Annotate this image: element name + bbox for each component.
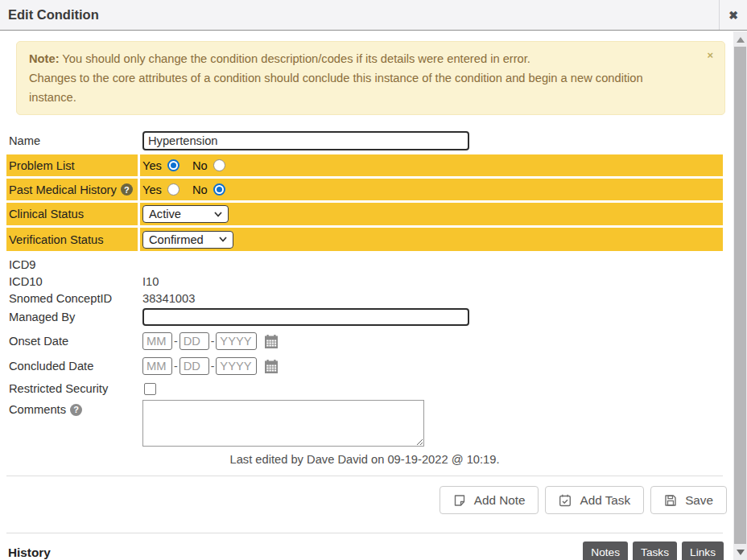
icd10-label: ICD10 — [9, 275, 43, 288]
add-note-button[interactable]: Add Note — [440, 486, 539, 514]
managed-by-label: Managed By — [9, 311, 75, 323]
save-button[interactable]: Save — [650, 486, 727, 514]
note-banner-line2: Changes to the core attributes of a cond… — [29, 72, 643, 104]
comments-label: Comments — [9, 403, 66, 416]
calendar-check-icon — [559, 494, 572, 507]
concluded-day-input[interactable] — [180, 357, 209, 375]
onset-year-input[interactable] — [216, 332, 257, 350]
note-banner-line1: You should only change the condition des… — [60, 52, 530, 65]
onset-date-label: Onset Date — [9, 335, 68, 348]
icd9-label: ICD9 — [9, 258, 35, 271]
help-icon[interactable]: ? — [70, 404, 82, 416]
note-icon — [453, 494, 466, 507]
past-medical-history-label: Past Medical History — [9, 183, 117, 196]
history-section: History Notes Tasks Links — [8, 541, 724, 560]
concluded-date-label: Concluded Date — [9, 360, 93, 373]
verification-status-label: Verification Status — [9, 233, 104, 246]
note-banner-text: Note: You should only change the conditi… — [29, 52, 643, 104]
history-heading: History — [8, 546, 51, 560]
banner-dismiss-icon[interactable]: × — [707, 50, 713, 60]
clinical-status-label: Clinical Status — [9, 208, 84, 220]
date-separator: - — [174, 335, 178, 348]
clinical-status-row: Clinical Status Active — [6, 203, 723, 225]
snomed-row: Snomed ConceptID 38341003 — [6, 290, 723, 307]
pmh-yes-label: Yes — [142, 183, 162, 196]
concluded-month-input[interactable] — [142, 357, 172, 375]
scroll-up-arrow-icon[interactable] — [737, 37, 745, 43]
name-input[interactable] — [142, 131, 469, 150]
divider — [6, 476, 723, 476]
chevron-down-icon — [219, 237, 227, 242]
pmh-no-radio[interactable] — [213, 183, 225, 196]
managed-by-input[interactable] — [142, 308, 469, 326]
restricted-security-label: Restricted Security — [9, 382, 108, 395]
last-edited-text: Last edited by Dave David on 09-19-2022 … — [6, 453, 723, 466]
add-task-label: Add Task — [580, 493, 630, 508]
verification-status-value: Confirmed — [149, 233, 204, 246]
name-row: Name — [6, 129, 723, 152]
dialog-header: Edit Condition ✖ — [0, 0, 747, 31]
comments-textarea[interactable] — [142, 400, 424, 447]
pmh-yes-radio[interactable] — [167, 183, 180, 196]
dialog-title: Edit Condition — [8, 7, 719, 23]
restricted-security-row: Restricted Security — [6, 380, 723, 397]
calendar-icon[interactable] — [264, 335, 279, 348]
problem-list-row: Problem List Yes No — [6, 154, 723, 176]
snomed-label: Snomed ConceptID — [9, 292, 112, 305]
problem-list-label: Problem List — [9, 159, 75, 172]
divider — [6, 533, 723, 533]
tasks-button[interactable]: Tasks — [633, 541, 677, 560]
date-separator: - — [174, 360, 178, 373]
onset-date-row: Onset Date -- — [6, 330, 723, 352]
problem-list-no-radio[interactable] — [213, 159, 225, 171]
scroll-down-arrow-icon[interactable] — [737, 550, 745, 555]
icd9-row: ICD9 — [6, 256, 723, 273]
problem-list-no-label: No — [192, 159, 208, 172]
managed-by-row: Managed By — [6, 307, 723, 327]
restricted-security-checkbox[interactable] — [144, 383, 156, 395]
clinical-status-value: Active — [149, 208, 181, 220]
onset-month-input[interactable] — [142, 332, 172, 350]
links-button[interactable]: Links — [682, 541, 724, 560]
date-separator: - — [211, 335, 215, 348]
save-label: Save — [685, 493, 713, 508]
date-separator: - — [211, 360, 215, 373]
add-note-label: Add Note — [474, 493, 526, 508]
calendar-icon[interactable] — [264, 360, 279, 373]
clinical-status-select[interactable]: Active — [142, 205, 229, 223]
scrollbar-thumb[interactable] — [734, 47, 746, 544]
verification-status-row: Verification Status Confirmed — [6, 228, 723, 251]
dialog-body: Note: You should only change the conditi… — [0, 31, 733, 560]
help-icon[interactable]: ? — [121, 183, 133, 196]
condition-form: Name Problem List Yes No Past Medical Hi… — [6, 129, 723, 466]
concluded-date-row: Concluded Date -- — [6, 355, 723, 377]
vertical-scrollbar[interactable] — [733, 31, 747, 560]
problem-list-yes-radio[interactable] — [167, 159, 180, 171]
notes-button[interactable]: Notes — [583, 541, 628, 560]
name-label: Name — [9, 134, 40, 147]
concluded-year-input[interactable] — [216, 357, 257, 375]
chevron-down-icon — [214, 212, 222, 217]
pmh-no-label: No — [192, 183, 208, 196]
icd10-value: I10 — [142, 275, 159, 288]
snomed-value: 38341003 — [142, 292, 195, 305]
icd10-row: ICD10 I10 — [6, 273, 723, 290]
past-medical-history-row: Past Medical History ? Yes No — [6, 179, 723, 200]
action-button-row: Add Note Add Task Save — [0, 486, 727, 514]
save-icon — [664, 494, 677, 507]
note-banner-label: Note: — [29, 52, 60, 65]
add-task-button[interactable]: Add Task — [545, 486, 644, 514]
verification-status-select[interactable]: Confirmed — [142, 231, 233, 249]
problem-list-yes-label: Yes — [142, 159, 162, 172]
comments-row: Comments ? — [6, 400, 723, 447]
note-banner: Note: You should only change the conditi… — [16, 41, 725, 115]
onset-day-input[interactable] — [180, 332, 209, 350]
close-icon: ✖ — [728, 9, 738, 22]
dialog-close-button[interactable]: ✖ — [719, 0, 747, 30]
